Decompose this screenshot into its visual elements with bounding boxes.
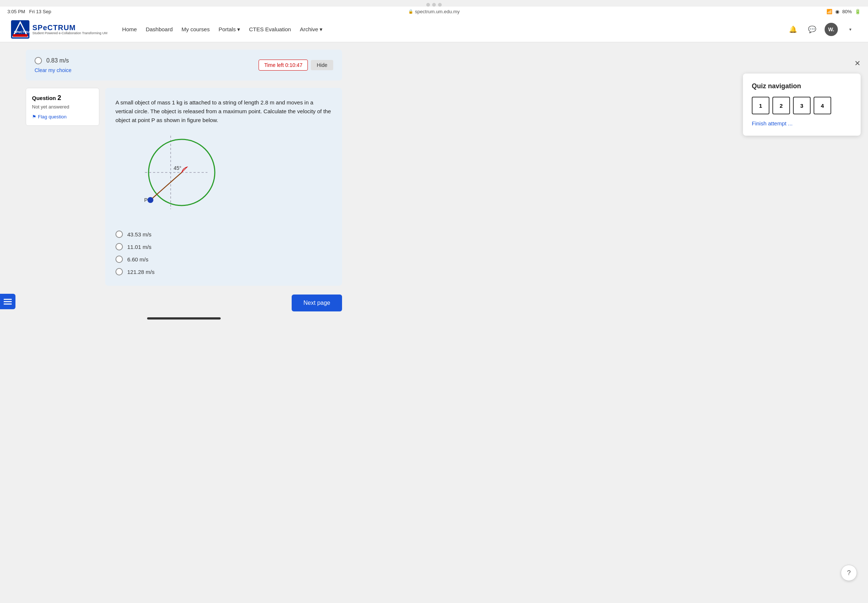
content-area: 0.83 m/s Clear my choice Time left 0:10:… (19, 42, 350, 601)
timer-hide-row: Time left 0:10:47 Hide (258, 60, 333, 71)
radio-4[interactable] (116, 268, 123, 275)
radio-3[interactable] (116, 255, 123, 263)
user-avatar-button[interactable]: W. (825, 23, 838, 36)
nav-links: Home Dashboard My courses Portals ▾ CTES… (122, 26, 775, 33)
nav-right: 🔔 💬 W. ▾ (786, 23, 857, 36)
logo-name: SPeCTRUM (32, 23, 107, 32)
quiz-nav-grid: 1 2 3 4 (752, 97, 852, 114)
portals-chevron-icon: ▾ (237, 26, 240, 33)
hide-button[interactable]: Hide (311, 60, 333, 70)
battery-icon: 🔋 (855, 9, 861, 14)
lock-icon: 🔒 (408, 9, 413, 14)
circle-diagram: 45° P (123, 132, 218, 220)
archive-chevron-icon: ▾ (320, 26, 323, 33)
help-button[interactable]: ? (841, 565, 857, 581)
navbar: SPeCTRUM SPeCTRUM Student Powered e-Coll… (0, 17, 868, 42)
svg-text:45°: 45° (173, 165, 181, 171)
quiz-nav-btn-1[interactable]: 1 (752, 97, 769, 114)
answer-option-1[interactable]: 43.53 m/s (116, 230, 332, 238)
nav-archive[interactable]: Archive ▾ (300, 26, 323, 33)
scroll-indicator (147, 317, 221, 320)
wifi-icon: 📶 (826, 9, 832, 14)
answer-text-3: 6.60 m/s (127, 256, 149, 263)
question-layout: Question 2 Not yet answered ⚑ Flag quest… (26, 88, 342, 286)
question-status: Not yet answered (32, 104, 93, 110)
status-time: 3:05 PM Fri 13 Sep (7, 9, 51, 14)
quiz-nav-btn-3[interactable]: 3 (793, 97, 811, 114)
quiz-nav-btn-4[interactable]: 4 (814, 97, 831, 114)
nav-my-courses[interactable]: My courses (182, 26, 210, 32)
url-bar: 🔒 spectrum.um.edu.my (408, 9, 460, 14)
prev-question-card: 0.83 m/s Clear my choice Time left 0:10:… (26, 49, 342, 80)
nav-portals[interactable]: Portals ▾ (218, 26, 240, 33)
menu-icon (4, 297, 12, 306)
logo: SPeCTRUM SPeCTRUM Student Powered e-Coll… (11, 20, 107, 39)
svg-rect-2 (13, 34, 28, 37)
user-menu-chevron[interactable]: ▾ (844, 23, 857, 36)
answer-text-2: 11.01 m/s (127, 244, 152, 250)
question-card: A small object of mass 1 kg is attached … (105, 88, 342, 286)
messages-button[interactable]: 💬 (806, 23, 819, 36)
radio-2[interactable] (116, 243, 123, 250)
answer-text-1: 43.53 m/s (127, 231, 152, 238)
radio-1[interactable] (116, 230, 123, 238)
prev-answer-row: 0.83 m/s (34, 57, 71, 64)
answer-text-4: 121.28 m/s (127, 269, 155, 275)
question-label: Question 2 (32, 94, 93, 102)
signal-icon: ◉ (835, 9, 839, 14)
prev-radio-circle[interactable] (34, 57, 42, 64)
answer-options: 43.53 m/s 11.01 m/s 6.60 m/s 121.28 m/s (116, 230, 332, 275)
next-page-row: Next page (26, 295, 342, 311)
svg-rect-4 (4, 299, 12, 300)
nav-home[interactable]: Home (122, 26, 137, 32)
notifications-button[interactable]: 🔔 (786, 23, 800, 36)
svg-line-10 (150, 172, 182, 200)
page-layout: 0.83 m/s Clear my choice Time left 0:10:… (0, 42, 868, 601)
quiz-nav-btn-2[interactable]: 2 (772, 97, 790, 114)
close-panel-button[interactable]: ✕ (854, 59, 861, 68)
svg-point-12 (147, 197, 153, 203)
status-right: 📶 ◉ 80% 🔋 (826, 9, 861, 14)
logo-icon: SPeCTRUM (11, 20, 29, 39)
finish-attempt-link[interactable]: Finish attempt ... (752, 120, 792, 127)
svg-text:P: P (144, 197, 147, 203)
sidebar-toggle[interactable] (0, 294, 15, 309)
quiz-nav-title: Quiz navigation (752, 82, 852, 90)
timer-box: Time left 0:10:47 (258, 60, 308, 71)
question-text: A small object of mass 1 kg is attached … (116, 98, 332, 125)
svg-text:SPeCTRUM: SPeCTRUM (14, 30, 29, 34)
battery-text: 80% (842, 9, 852, 14)
answer-option-2[interactable]: 11.01 m/s (116, 243, 332, 250)
next-page-button[interactable]: Next page (292, 295, 342, 311)
diagram-container: 45° P (123, 132, 332, 220)
svg-rect-5 (4, 301, 12, 302)
status-bar: 3:05 PM Fri 13 Sep 🔒 spectrum.um.edu.my … (0, 7, 868, 17)
nav-ctes[interactable]: CTES Evaluation (249, 26, 291, 32)
question-info-box: Question 2 Not yet answered ⚑ Flag quest… (26, 88, 99, 126)
answer-option-4[interactable]: 121.28 m/s (116, 268, 332, 275)
answer-option-3[interactable]: 6.60 m/s (116, 255, 332, 263)
quiz-nav-panel: Quiz navigation 1 2 3 4 Finish attempt .… (743, 74, 861, 136)
flag-icon: ⚑ (32, 114, 36, 119)
flag-question-link[interactable]: ⚑ Flag question (32, 114, 93, 119)
prev-answer-text: 0.83 m/s (46, 57, 69, 64)
nav-dashboard[interactable]: Dashboard (145, 26, 172, 32)
svg-rect-6 (4, 304, 12, 305)
clear-choice-link[interactable]: Clear my choice (34, 67, 71, 73)
logo-tagline: Student Powered e-Collaboration Transfor… (32, 32, 107, 35)
